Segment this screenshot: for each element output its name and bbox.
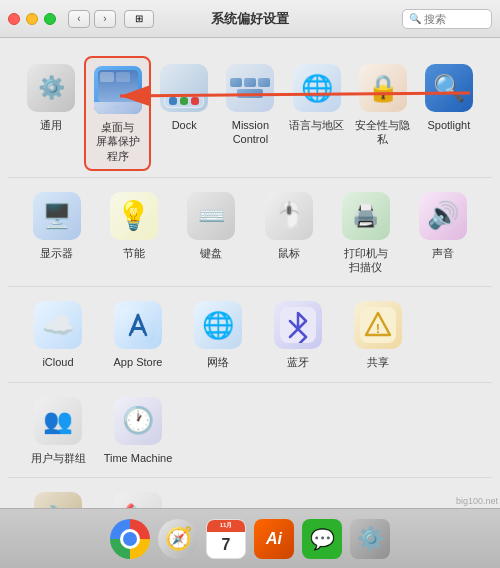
sidebar-item-sound[interactable]: 🔊 声音: [405, 184, 482, 266]
dock-item-settings[interactable]: ⚙️: [348, 517, 392, 561]
language-icon: 🌐: [293, 64, 341, 112]
bluetooth-label: 蓝牙: [287, 355, 309, 369]
sidebar-item-dock[interactable]: Dock: [151, 56, 217, 138]
appstore-icon-img: A: [112, 299, 164, 351]
security-icon: 🔒: [359, 64, 407, 112]
dock-item-illustrator[interactable]: Ai: [252, 517, 296, 561]
main-content: ⚙️ 通用 桌面与屏幕保护程序: [0, 38, 500, 508]
dock-item-calendar[interactable]: 11月 7: [204, 517, 248, 561]
sidebar-item-wacom[interactable]: ✏️ Wacom 数位板: [98, 484, 178, 508]
desktop-icon-img: [92, 64, 144, 116]
users-icon-img: 👥: [32, 395, 84, 447]
sidebar-item-mission-control[interactable]: MissionControl: [217, 56, 283, 153]
close-button[interactable]: [8, 13, 20, 25]
energy-icon: 💡: [110, 192, 158, 240]
printer-label: 打印机与扫描仪: [344, 246, 388, 275]
sidebar-item-security[interactable]: 🔒 安全性与隐私: [350, 56, 416, 153]
energy-icon-img: 💡: [108, 190, 160, 242]
search-input[interactable]: [424, 13, 485, 25]
wacom-icon: ✏️: [114, 492, 162, 508]
row-1: ⚙️ 通用 桌面与屏幕保护程序: [8, 50, 492, 178]
dock-item-chrome[interactable]: [108, 517, 152, 561]
dock-icon: [160, 64, 208, 112]
watermark: big100.net: [456, 496, 498, 506]
sharing-label: 共享: [367, 355, 389, 369]
general-icon: ⚙️: [27, 64, 75, 112]
icloud-icon: ☁️: [34, 301, 82, 349]
sidebar-item-desktop[interactable]: 桌面与屏幕保护程序: [84, 56, 151, 171]
row-5: 🔧 Perian ✏️ Wacom 数位板: [8, 478, 492, 508]
dock-settings-icon: ⚙️: [350, 519, 390, 559]
display-icon-img: 🖥️: [31, 190, 83, 242]
dock-item-wechat[interactable]: 💬: [300, 517, 344, 561]
forward-button[interactable]: ›: [94, 10, 116, 28]
sidebar-item-timemachine[interactable]: 🕐 Time Machine: [98, 389, 178, 471]
timemachine-label: Time Machine: [104, 451, 173, 465]
sidebar-item-perian[interactable]: 🔧 Perian: [18, 484, 98, 508]
sidebar-item-users[interactable]: 👥 用户与群组: [18, 389, 98, 471]
users-label: 用户与群组: [31, 451, 86, 465]
illustrator-icon: Ai: [254, 519, 294, 559]
perian-icon-img: 🔧: [32, 490, 84, 508]
row-4: 👥 用户与群组 🕐 Time Machine: [8, 383, 492, 478]
maximize-button[interactable]: [44, 13, 56, 25]
language-icon-img: 🌐: [291, 62, 343, 114]
sidebar-item-general[interactable]: ⚙️ 通用: [18, 56, 84, 138]
mouse-icon: 🖱️: [265, 192, 313, 240]
mission-control-icon-img: [224, 62, 276, 114]
network-icon: 🌐: [194, 301, 242, 349]
icloud-icon-img: ☁️: [32, 299, 84, 351]
calendar-date: 7: [222, 532, 231, 558]
sidebar-item-network[interactable]: 🌐 网络: [178, 293, 258, 375]
safari-icon: 🧭: [158, 519, 198, 559]
chrome-icon: [110, 519, 150, 559]
sharing-icon: !: [354, 301, 402, 349]
perian-icon: 🔧: [34, 492, 82, 508]
sidebar-item-energy[interactable]: 💡 节能: [95, 184, 172, 266]
display-icon: 🖥️: [33, 192, 81, 240]
general-icon-img: ⚙️: [25, 62, 77, 114]
mission-control-icon: [226, 64, 274, 112]
sidebar-item-mouse[interactable]: 🖱️ 鼠标: [250, 184, 327, 266]
sidebar-item-bluetooth[interactable]: 蓝牙: [258, 293, 338, 375]
timemachine-icon: 🕐: [114, 397, 162, 445]
bluetooth-icon: [274, 301, 322, 349]
language-label: 语言与地区: [289, 118, 344, 132]
keyboard-icon-img: ⌨️: [185, 190, 237, 242]
appstore-icon: A: [114, 301, 162, 349]
energy-label: 节能: [123, 246, 145, 260]
sidebar-item-display[interactable]: 🖥️ 显示器: [18, 184, 95, 266]
spotlight-label: Spotlight: [427, 118, 470, 132]
back-button[interactable]: ‹: [68, 10, 90, 28]
sidebar-item-sharing[interactable]: ! 共享: [338, 293, 418, 375]
sidebar-item-language[interactable]: 🌐 语言与地区: [283, 56, 349, 138]
wechat-icon: 💬: [302, 519, 342, 559]
search-box[interactable]: 🔍: [402, 9, 492, 29]
sound-icon-img: 🔊: [417, 190, 469, 242]
icloud-label: iCloud: [42, 355, 73, 369]
network-label: 网络: [207, 355, 229, 369]
sidebar-item-icloud[interactable]: ☁️ iCloud: [18, 293, 98, 375]
sidebar-item-appstore[interactable]: A App Store: [98, 293, 178, 375]
dock-item-safari[interactable]: 🧭: [156, 517, 200, 561]
sidebar-item-keyboard[interactable]: ⌨️ 键盘: [173, 184, 250, 266]
users-icon: 👥: [34, 397, 82, 445]
spotlight-icon-img: 🔍: [423, 62, 475, 114]
sidebar-item-printer[interactable]: 🖨️ 打印机与扫描仪: [327, 184, 404, 281]
window-title: 系统偏好设置: [211, 10, 289, 28]
display-label: 显示器: [40, 246, 73, 260]
sound-icon: 🔊: [419, 192, 467, 240]
desktop-label: 桌面与屏幕保护程序: [90, 120, 145, 163]
search-icon: 🔍: [409, 13, 421, 24]
network-icon-img: 🌐: [192, 299, 244, 351]
grid-view-button[interactable]: ⊞: [124, 10, 154, 28]
printer-icon-img: 🖨️: [340, 190, 392, 242]
row-2: 🖥️ 显示器 💡 节能 ⌨️ 键盘 🖱️ 鼠标 🖨️ 打印机与: [8, 178, 492, 288]
mission-control-label: MissionControl: [232, 118, 269, 147]
sidebar-item-spotlight[interactable]: 🔍 Spotlight: [416, 56, 482, 138]
row-3: ☁️ iCloud A App Store: [8, 287, 492, 382]
timemachine-icon-img: 🕐: [112, 395, 164, 447]
minimize-button[interactable]: [26, 13, 38, 25]
appstore-label: App Store: [114, 355, 163, 369]
dock-label: Dock: [172, 118, 197, 132]
